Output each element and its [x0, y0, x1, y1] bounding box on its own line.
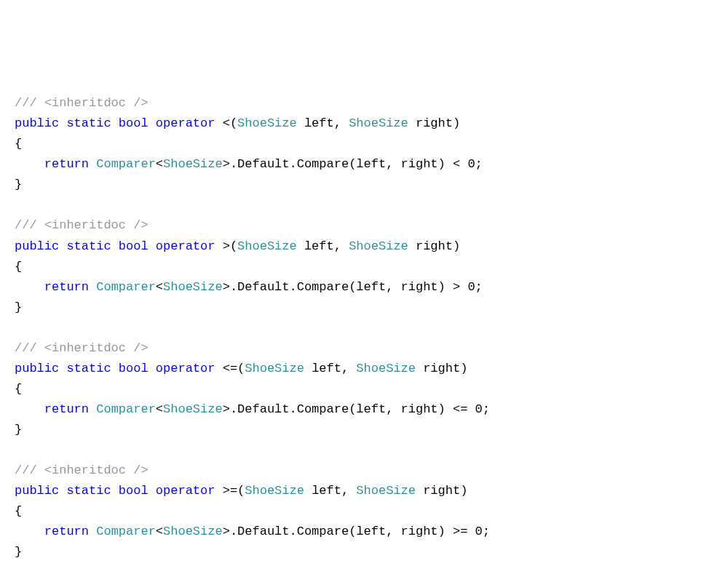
paren-open: (: [349, 525, 356, 538]
type-shoesize: ShoeSize: [245, 484, 304, 498]
param-right: right: [416, 239, 453, 253]
keyword-return: return: [44, 525, 89, 538]
type-shoesize: ShoeSize: [237, 239, 297, 253]
param-left: left: [304, 116, 334, 130]
dot: .: [230, 402, 237, 416]
arg-right: right: [401, 525, 438, 538]
xml-doc-comment: /// <inheritdoc />: [15, 341, 149, 355]
comma: ,: [334, 116, 341, 130]
comma: ,: [386, 280, 393, 294]
type-shoesize: ShoeSize: [163, 402, 223, 416]
dot: .: [290, 280, 297, 294]
arg-left: left: [356, 402, 386, 416]
xml-doc-comment: /// <inheritdoc />: [15, 218, 149, 232]
code-editor-content: /// <inheritdoc /> public static bool op…: [15, 93, 713, 562]
angle-open: <: [156, 402, 163, 416]
param-right: right: [416, 116, 453, 130]
paren-close: ): [438, 525, 446, 538]
literal-zero: 0: [475, 525, 483, 538]
paren-open: (: [349, 280, 356, 294]
paren-open: (: [230, 239, 237, 253]
paren-close: ): [453, 116, 460, 130]
param-right: right: [423, 362, 460, 375]
brace-open: {: [15, 504, 22, 518]
keyword-operator: operator: [156, 116, 215, 130]
literal-zero: 0: [467, 157, 475, 171]
param-left: left: [304, 239, 334, 253]
brace-open: {: [15, 137, 22, 151]
paren-open: (: [349, 157, 356, 171]
keyword-public: public: [15, 362, 59, 375]
param-left: left: [312, 484, 341, 498]
compare-op: <: [453, 157, 460, 171]
paren-close: ): [453, 239, 460, 253]
keyword-static: static: [66, 484, 111, 498]
prop-default: Default: [237, 280, 289, 294]
xml-doc-comment: /// <inheritdoc />: [15, 463, 149, 477]
type-shoesize: ShoeSize: [245, 362, 304, 375]
literal-zero: 0: [475, 402, 483, 416]
brace-open: {: [15, 260, 22, 274]
operator-symbol: <: [223, 116, 230, 130]
comma: ,: [386, 525, 393, 538]
paren-close: ): [460, 362, 467, 375]
angle-open: <: [156, 157, 163, 171]
paren-open: (: [237, 484, 245, 498]
arg-right: right: [401, 402, 438, 416]
type-comparer: Comparer: [96, 402, 156, 416]
keyword-operator: operator: [156, 239, 215, 253]
dot: .: [290, 525, 297, 538]
operator-symbol: >: [223, 239, 230, 253]
keyword-return: return: [44, 280, 89, 294]
type-shoesize: ShoeSize: [163, 280, 223, 294]
paren-close: ): [438, 157, 446, 171]
arg-right: right: [401, 157, 438, 171]
keyword-static: static: [66, 362, 111, 375]
prop-default: Default: [237, 157, 289, 171]
comma: ,: [386, 402, 393, 416]
brace-close: }: [15, 300, 22, 314]
dot: .: [290, 402, 297, 416]
brace-close: }: [15, 423, 22, 436]
prop-default: Default: [237, 402, 289, 416]
keyword-return: return: [44, 402, 89, 416]
arg-left: left: [356, 157, 386, 171]
keyword-operator: operator: [156, 484, 215, 498]
semicolon: ;: [475, 157, 483, 171]
comma: ,: [341, 484, 349, 498]
dot: .: [230, 157, 237, 171]
type-comparer: Comparer: [96, 525, 156, 538]
brace-close: }: [15, 178, 22, 191]
arg-left: left: [356, 525, 386, 538]
semicolon: ;: [475, 280, 483, 294]
compare-op: >=: [453, 525, 467, 538]
type-shoesize: ShoeSize: [349, 116, 408, 130]
type-comparer: Comparer: [96, 157, 156, 171]
semicolon: ;: [483, 402, 490, 416]
angle-close: >: [223, 157, 230, 171]
type-shoesize: ShoeSize: [237, 116, 297, 130]
dot: .: [230, 280, 237, 294]
angle-open: <: [156, 525, 163, 538]
keyword-bool: bool: [119, 116, 149, 130]
keyword-return: return: [44, 157, 89, 171]
type-shoesize: ShoeSize: [356, 484, 416, 498]
type-shoesize: ShoeSize: [163, 525, 223, 538]
method-compare: Compare: [297, 157, 349, 171]
angle-close: >: [223, 402, 230, 416]
brace-close: }: [15, 545, 22, 559]
arg-left: left: [356, 280, 386, 294]
xml-doc-comment: /// <inheritdoc />: [15, 96, 149, 110]
param-right: right: [423, 484, 460, 498]
paren-close: ): [438, 280, 446, 294]
paren-close: ): [460, 484, 467, 498]
paren-open: (: [237, 362, 245, 375]
type-comparer: Comparer: [96, 280, 156, 294]
dot: .: [290, 157, 297, 171]
operator-symbol: <=: [223, 362, 237, 375]
literal-zero: 0: [467, 280, 475, 294]
keyword-public: public: [15, 239, 59, 253]
paren-close: ): [438, 402, 446, 416]
type-shoesize: ShoeSize: [163, 157, 223, 171]
param-left: left: [312, 362, 341, 375]
